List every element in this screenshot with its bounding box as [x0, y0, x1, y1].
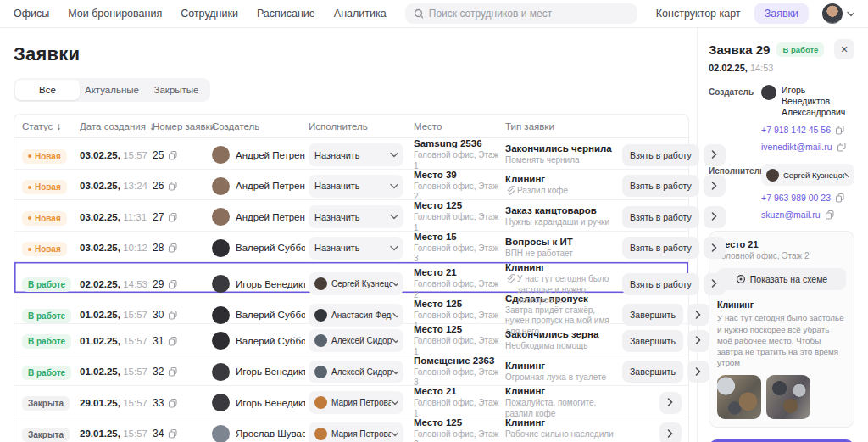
sort-desc-icon[interactable]: ↓ — [56, 120, 61, 132]
open-request-button[interactable] — [704, 144, 726, 166]
request-number: 29 — [153, 278, 164, 290]
open-request-button[interactable] — [687, 361, 709, 383]
creation-date: 02.02.25, 14:53 — [80, 279, 149, 289]
attachment-photo[interactable] — [717, 375, 761, 419]
attachment-photo[interactable] — [766, 375, 810, 419]
table-row[interactable]: Новая 03.02.25, 15:57 25 Андрей Петренко… — [14, 138, 688, 170]
table-row[interactable]: Закрыта 29.01.25, 15:57 33 Игорь Венедик… — [14, 386, 688, 417]
table-row[interactable]: Новая 03.02.25, 11:31 27 Андрей Петренко… — [14, 200, 688, 232]
open-request-button[interactable] — [687, 304, 709, 326]
open-request-button[interactable] — [704, 237, 726, 259]
global-search[interactable] — [405, 3, 637, 24]
copy-icon[interactable] — [168, 212, 178, 222]
copy-icon[interactable] — [168, 279, 178, 289]
nav-item-employees[interactable]: Сотрудники — [181, 8, 238, 20]
copy-icon[interactable] — [168, 243, 178, 253]
copy-icon[interactable] — [168, 398, 178, 408]
column-header-date[interactable]: Дата создания↓ — [80, 120, 149, 132]
nav-item-offices[interactable]: Офисы — [14, 8, 49, 20]
assignee-dropdown[interactable]: Назначить — [309, 237, 403, 260]
chevron-right-icon — [667, 398, 674, 407]
creator-cell: Валерий Субботин О. — [212, 239, 305, 257]
assignee-dropdown[interactable]: Назначить — [309, 175, 403, 198]
copy-icon[interactable] — [168, 336, 178, 346]
assignee-avatar — [314, 277, 327, 290]
open-request-button[interactable] — [704, 273, 726, 295]
search-input[interactable] — [429, 8, 629, 20]
copy-icon[interactable] — [168, 150, 178, 160]
tab-closed[interactable]: Закрытые — [144, 80, 209, 100]
action-button[interactable]: Взять в работу — [622, 273, 699, 295]
place-cell: Помещение 2363 Головной офис, Этаж 3 — [414, 355, 502, 389]
creation-date: 29.01.25, 15:57 — [80, 398, 149, 408]
creator-avatar — [212, 177, 230, 195]
open-request-button[interactable] — [704, 206, 726, 228]
nav-item-requests-active[interactable]: Заявки — [754, 3, 809, 24]
action-button[interactable]: Завершить — [622, 330, 683, 352]
copy-icon[interactable] — [835, 125, 845, 135]
table-row[interactable]: В работе 02.02.25, 14:53 29 Игорь Венеди… — [14, 262, 688, 294]
creator-avatar — [212, 332, 230, 350]
creation-date: 29.01.25, 15:57 — [80, 428, 149, 439]
table-body: Новая 03.02.25, 15:57 25 Андрей Петренко… — [14, 138, 688, 442]
tab-all[interactable]: Все — [15, 80, 80, 100]
creator-phone-link[interactable]: +7 918 142 45 56 — [761, 125, 854, 135]
creator-avatar — [212, 208, 230, 226]
chevron-down-icon — [392, 338, 398, 344]
action-button[interactable]: Взять в работу — [622, 144, 699, 166]
copy-icon[interactable] — [168, 366, 178, 377]
assignee-dropdown[interactable]: Сергей Кузнецов Семенович — [761, 164, 854, 186]
chevron-down-icon — [390, 214, 398, 220]
nav-item-my-bookings[interactable]: Мои бронирования — [68, 8, 162, 20]
copy-icon[interactable] — [825, 210, 835, 220]
assignee-dropdown[interactable]: Алексей Сидоров П. — [309, 361, 403, 383]
action-button[interactable]: Завершить — [622, 304, 683, 326]
assignee-dropdown[interactable]: Сергей Кузнецов С. — [309, 272, 403, 295]
action-button[interactable]: Взять в работу — [622, 237, 699, 259]
nav-item-schedule[interactable]: Расписание — [257, 8, 315, 20]
copy-icon[interactable] — [835, 193, 845, 203]
show-on-map-button[interactable]: Показать на схеме — [717, 268, 846, 290]
copy-icon[interactable] — [837, 142, 847, 152]
creation-date: 03.02.25, 10:12 — [80, 243, 149, 253]
user-menu[interactable] — [822, 3, 854, 24]
chevron-down-icon — [390, 245, 398, 251]
status-badge: В работе — [22, 309, 71, 323]
table-row[interactable]: В работе 01.02.25, 15:57 31 Валерий Субб… — [14, 324, 688, 355]
assignee-phone-link[interactable]: +7 963 989 00 23 — [761, 193, 854, 203]
assignee-dropdown[interactable]: Мария Петрова А. — [309, 422, 403, 442]
table-row[interactable]: Новая 03.02.25, 13:24 26 Андрей Петренко… — [14, 170, 688, 201]
open-request-button[interactable] — [704, 175, 726, 197]
request-number: 32 — [153, 366, 164, 378]
tab-actual[interactable]: Актуальные — [80, 80, 144, 100]
chevron-down-icon — [847, 11, 854, 17]
close-icon[interactable]: ✕ — [834, 39, 854, 59]
chevron-right-icon — [667, 429, 674, 439]
nav-item-map-builder[interactable]: Конструктор карт — [656, 8, 741, 20]
action-button[interactable]: Взять в работу — [622, 175, 699, 197]
request-type-cell: Закончились чернила Поменять чернила — [505, 143, 619, 166]
assignee-dropdown[interactable]: Алексей Сидоров П. — [309, 329, 403, 352]
assignee-avatar — [766, 169, 779, 182]
nav-item-analytics[interactable]: Аналитика — [334, 8, 387, 20]
chevron-down-icon — [391, 400, 398, 406]
assignee-dropdown[interactable]: Анастасия Федорова В. — [309, 304, 403, 327]
open-request-button[interactable] — [659, 422, 682, 442]
table-row[interactable]: Новая 03.02.25, 10:12 28 Валерий Субботи… — [14, 232, 688, 263]
table-row[interactable]: В работе 01.02.25, 15:57 32 Игорь Венеди… — [14, 355, 688, 387]
open-request-button[interactable] — [659, 392, 682, 414]
copy-icon[interactable] — [168, 181, 178, 191]
open-request-button[interactable] — [687, 330, 709, 352]
copy-icon[interactable] — [168, 310, 178, 320]
table-row[interactable]: Закрыта 29.01.25, 15:57 34 Ярослав Шувае… — [14, 417, 688, 442]
assignee-email-link[interactable]: skuzn@mail.ru — [761, 210, 854, 220]
assignee-dropdown[interactable]: Назначить — [309, 205, 403, 228]
copy-icon[interactable] — [168, 428, 178, 439]
column-header-status[interactable]: Статус↓ — [22, 120, 76, 132]
assignee-dropdown[interactable]: Мария Петрова А. — [309, 391, 403, 414]
action-button[interactable]: Завершить — [622, 361, 683, 383]
action-button[interactable]: Взять в работу — [622, 206, 699, 228]
assignee-dropdown[interactable]: Назначить — [309, 143, 403, 166]
creator-email-link[interactable]: ivenedikt@mail.ru — [761, 142, 854, 152]
location-pin-icon — [736, 274, 746, 284]
